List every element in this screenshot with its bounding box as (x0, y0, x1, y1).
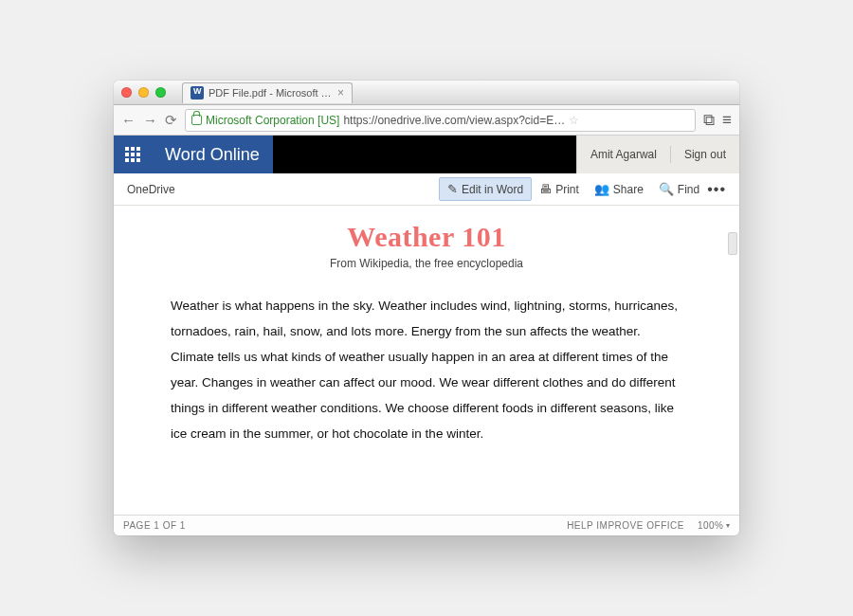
search-icon: 🔍 (659, 182, 674, 196)
zoom-level[interactable]: 100% (698, 520, 724, 531)
chrome-menu-icon[interactable]: ≡ (722, 111, 732, 130)
bookmark-star-icon[interactable]: ☆ (569, 114, 579, 127)
edit-in-word-button[interactable]: ✎ Edit in Word (439, 177, 532, 201)
lock-icon (191, 115, 202, 125)
window-minimize-icon[interactable] (138, 87, 149, 98)
tab-title: PDF File.pdf - Microsoft W… (209, 87, 333, 99)
address-bar[interactable]: Microsoft Corporation [US] https://onedr… (185, 109, 696, 132)
user-name[interactable]: Amit Agarwal (590, 148, 657, 161)
reload-icon[interactable]: ⟳ (165, 112, 177, 129)
ev-cert-label: Microsoft Corporation [US] (206, 114, 339, 127)
help-improve-link[interactable]: HELP IMPROVE OFFICE (567, 520, 684, 531)
back-icon[interactable]: ← (121, 112, 136, 128)
find-button[interactable]: 🔍 Find (651, 178, 707, 200)
forward-icon[interactable]: → (143, 112, 157, 128)
command-bar: OneDrive ✎ Edit in Word 🖶 Print 👥 Sh (114, 173, 739, 206)
waffle-icon (125, 147, 140, 162)
extension-icon[interactable]: ⧉ (703, 111, 715, 130)
edit-label: Edit in Word (462, 183, 523, 196)
url-text: https://onedrive.live.com/view.aspx?cid=… (343, 114, 565, 127)
chevron-down-icon[interactable]: ▾ (726, 521, 731, 530)
app-brand: Word Online (152, 145, 273, 165)
share-icon: 👥 (594, 182, 609, 196)
more-menu-icon[interactable]: ••• (707, 181, 726, 198)
document-page: Weather 101 From Wikipedia, the free enc… (114, 206, 739, 446)
share-label: Share (613, 183, 644, 196)
browser-tab[interactable]: PDF File.pdf - Microsoft W… × (182, 82, 353, 103)
word-favicon-icon (191, 86, 204, 100)
doc-subtitle: From Wikipedia, the free encyclopedia (171, 257, 682, 270)
divider (670, 146, 671, 163)
print-icon: 🖶 (539, 182, 552, 196)
breadcrumb[interactable]: OneDrive (127, 183, 175, 196)
doc-body: Weather is what happens in the sky. Weat… (171, 293, 682, 446)
app-header: Word Online Amit Agarwal Sign out (114, 136, 739, 173)
window-close-icon[interactable] (121, 87, 132, 98)
document-viewport[interactable]: Weather 101 From Wikipedia, the free enc… (114, 206, 739, 515)
window-zoom-icon[interactable] (155, 87, 166, 98)
browser-window: PDF File.pdf - Microsoft W… × ← → ⟳ Micr… (114, 81, 739, 535)
status-bar: PAGE 1 OF 1 HELP IMPROVE OFFICE 100% ▾ (114, 515, 739, 535)
tab-strip: PDF File.pdf - Microsoft W… × (114, 81, 739, 105)
page-indicator[interactable]: PAGE 1 OF 1 (123, 520, 186, 531)
pencil-icon: ✎ (447, 182, 458, 196)
share-button[interactable]: 👥 Share (587, 178, 651, 200)
header-right: Amit Agarwal Sign out (576, 136, 739, 173)
find-label: Find (678, 183, 699, 196)
header-spacer (273, 136, 576, 173)
browser-toolbar: ← → ⟳ Microsoft Corporation [US] https:/… (114, 105, 739, 136)
doc-title: Weather 101 (171, 221, 682, 253)
tab-close-icon[interactable]: × (337, 87, 344, 99)
app-launcher-button[interactable] (114, 136, 152, 173)
print-button[interactable]: 🖶 Print (532, 178, 587, 200)
annotation-arrow: ✎ Edit in Word (439, 177, 532, 201)
sign-out-link[interactable]: Sign out (684, 148, 726, 161)
scrollbar-handle[interactable] (728, 232, 737, 255)
print-label: Print (555, 183, 579, 196)
